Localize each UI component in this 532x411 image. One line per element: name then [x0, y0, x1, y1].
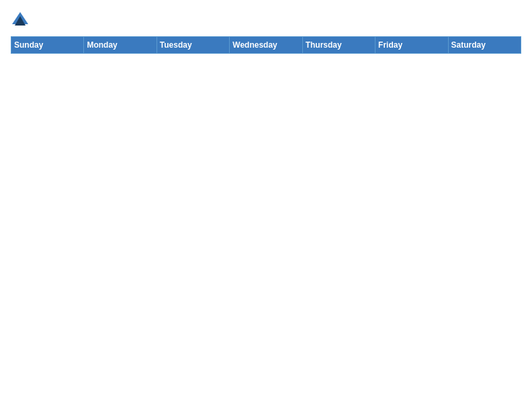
- col-header-sunday: Sunday: [11, 37, 84, 54]
- calendar-body: [11, 54, 521, 400]
- logo: [11, 11, 31, 30]
- header-row: SundayMondayTuesdayWednesdayThursdayFrid…: [11, 37, 521, 54]
- col-header-thursday: Thursday: [302, 37, 375, 54]
- col-header-friday: Friday: [375, 37, 448, 54]
- logo-icon: [11, 11, 30, 30]
- col-header-tuesday: Tuesday: [157, 37, 229, 54]
- col-header-wednesday: Wednesday: [230, 37, 302, 54]
- col-header-saturday: Saturday: [448, 37, 521, 54]
- col-header-monday: Monday: [84, 37, 157, 54]
- header: [11, 11, 521, 30]
- calendar-table: SundayMondayTuesdayWednesdayThursdayFrid…: [11, 36, 521, 400]
- page: SundayMondayTuesdayWednesdayThursdayFrid…: [0, 0, 532, 411]
- calendar-header: SundayMondayTuesdayWednesdayThursdayFrid…: [11, 37, 521, 54]
